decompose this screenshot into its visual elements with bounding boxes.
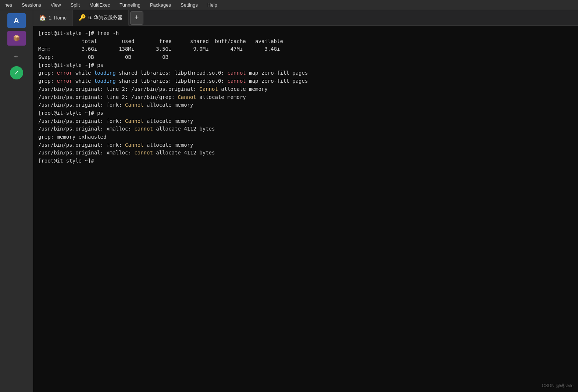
sidebar-btn-check[interactable]: ✓	[10, 66, 23, 79]
menu-sessions[interactable]: Sessions	[20, 1, 43, 8]
sidebar-btn-box[interactable]: 📦	[7, 31, 26, 46]
menu-view[interactable]: View	[49, 1, 63, 8]
terminal-line-0: [root@it-style ~]# free -h	[38, 29, 573, 38]
terminal-line-13: grep: memory exhausted	[38, 133, 573, 141]
tab-home-label: 1. Home	[49, 15, 67, 21]
terminal-line-7: /usr/bin/ps.original: line 2: /usr/bin/p…	[38, 85, 573, 93]
menubar: nes Sessions View Split MultiExec Tunnel…	[0, 0, 578, 10]
tab-home[interactable]: 🏠 1. Home	[33, 10, 73, 26]
key-icon: 🔑	[79, 14, 86, 21]
terminal-line-8: /usr/bin/ps.original: line 2: /usr/bin/g…	[38, 93, 573, 101]
tab-server[interactable]: 🔑 6. 华为云服务器	[73, 10, 128, 26]
menu-settings[interactable]: Settings	[179, 1, 199, 8]
main-layout: A 📦 ✏️ ✓ 🏠 1. Home 🔑 6. 华为云服务器 + [root@i…	[0, 10, 578, 392]
terminal-line-2: Mem: 3.6Gi 138Mi 3.5Gi 9.0Mi 47Mi 3.4Gi	[38, 45, 573, 53]
terminal-line-11: /usr/bin/ps.original: fork: Cannot alloc…	[38, 117, 573, 125]
menu-multiexec[interactable]: MultiExec	[88, 1, 111, 8]
terminal-line-10: [root@it-style ~]# ps	[38, 109, 573, 117]
menu-help[interactable]: Help	[206, 1, 219, 8]
menu-tunneling[interactable]: Tunneling	[118, 1, 142, 8]
terminal-line-4: [root@it-style ~]# ps	[38, 61, 573, 70]
terminal-line-16: [root@it-style ~]#	[38, 157, 573, 165]
sidebar-btn-a[interactable]: A	[7, 13, 26, 28]
sidebar-btn-pencil[interactable]: ✏️	[7, 49, 26, 63]
menu-nes[interactable]: nes	[3, 1, 14, 8]
terminal-line-6: grep: error while loading shared librari…	[38, 77, 573, 85]
home-icon: 🏠	[39, 14, 46, 21]
terminal-line-12: /usr/bin/ps.original: xmalloc: cannot al…	[38, 125, 573, 133]
watermark: CSDN @码style	[542, 383, 574, 389]
menu-packages[interactable]: Packages	[149, 1, 172, 8]
sidebar: A 📦 ✏️ ✓	[0, 10, 33, 392]
tab-add-button[interactable]: +	[130, 11, 143, 25]
terminal-line-3: Swap: 0B 0B 0B	[38, 53, 573, 61]
terminal-line-1: total used free shared buff/cache availa…	[38, 38, 573, 46]
terminal[interactable]: [root@it-style ~]# free -h total used fr…	[33, 26, 578, 392]
tabbar: 🏠 1. Home 🔑 6. 华为云服务器 +	[33, 10, 578, 26]
terminal-line-5: grep: error while loading shared librari…	[38, 69, 573, 77]
terminal-line-15: /usr/bin/ps.original: xmalloc: cannot al…	[38, 149, 573, 157]
terminal-line-14: /usr/bin/ps.original: fork: Cannot alloc…	[38, 141, 573, 149]
terminal-line-9: /usr/bin/ps.original: fork: Cannot alloc…	[38, 101, 573, 109]
content-area: 🏠 1. Home 🔑 6. 华为云服务器 + [root@it-style ~…	[33, 10, 578, 392]
menu-split[interactable]: Split	[69, 1, 81, 8]
tab-server-label: 6. 华为云服务器	[88, 14, 122, 21]
